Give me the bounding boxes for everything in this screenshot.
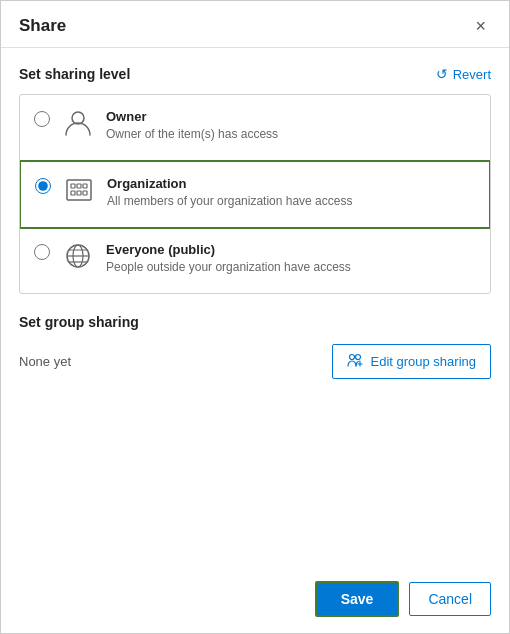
dialog-header: Share × <box>1 1 509 48</box>
everyone-radio-wrap[interactable] <box>34 244 50 264</box>
svg-rect-4 <box>83 184 87 188</box>
svg-point-0 <box>72 112 84 124</box>
revert-icon: ↺ <box>436 66 448 82</box>
everyone-desc: People outside your organization have ac… <box>106 260 476 274</box>
svg-rect-2 <box>71 184 75 188</box>
share-dialog: Share × Set sharing level ↺ Revert <box>0 0 510 634</box>
everyone-label: Everyone (public) <box>106 242 476 257</box>
owner-radio[interactable] <box>34 111 50 127</box>
none-yet-label: None yet <box>19 354 71 369</box>
dialog-title: Share <box>19 16 66 36</box>
organization-option-text: Organization All members of your organiz… <box>107 176 475 208</box>
owner-option[interactable]: Owner Owner of the item(s) has access <box>20 95 490 161</box>
person-icon <box>62 107 94 146</box>
organization-radio[interactable] <box>35 178 51 194</box>
svg-rect-7 <box>83 191 87 195</box>
owner-radio-wrap[interactable] <box>34 111 50 131</box>
sharing-level-header: Set sharing level ↺ Revert <box>19 66 491 82</box>
globe-icon <box>62 240 94 279</box>
svg-point-13 <box>350 355 355 360</box>
owner-desc: Owner of the item(s) has access <box>106 127 476 141</box>
organization-desc: All members of your organization have ac… <box>107 194 475 208</box>
svg-rect-5 <box>71 191 75 195</box>
organization-label: Organization <box>107 176 475 191</box>
dialog-body: Set sharing level ↺ Revert <box>1 48 509 569</box>
revert-button[interactable]: ↺ Revert <box>436 66 491 82</box>
sharing-options-container: Owner Owner of the item(s) has access <box>19 94 491 294</box>
owner-label: Owner <box>106 109 476 124</box>
cancel-button[interactable]: Cancel <box>409 582 491 616</box>
organization-radio-wrap[interactable] <box>35 178 51 198</box>
group-sharing-section: Set group sharing None yet E <box>19 314 491 379</box>
sharing-level-title: Set sharing level <box>19 66 130 82</box>
edit-group-sharing-label: Edit group sharing <box>370 354 476 369</box>
save-button[interactable]: Save <box>315 581 400 617</box>
svg-rect-6 <box>77 191 81 195</box>
organization-option[interactable]: Organization All members of your organiz… <box>19 160 491 229</box>
group-sharing-title: Set group sharing <box>19 314 491 330</box>
owner-option-text: Owner Owner of the item(s) has access <box>106 109 476 141</box>
everyone-radio[interactable] <box>34 244 50 260</box>
edit-group-sharing-button[interactable]: Edit group sharing <box>332 344 491 379</box>
close-button[interactable]: × <box>470 15 491 37</box>
dialog-footer: Save Cancel <box>1 569 509 633</box>
group-sharing-icon <box>347 352 363 371</box>
everyone-option[interactable]: Everyone (public) People outside your or… <box>20 228 490 293</box>
everyone-option-text: Everyone (public) People outside your or… <box>106 242 476 274</box>
group-sharing-row: None yet Edit group sharing <box>19 344 491 379</box>
revert-label: Revert <box>453 67 491 82</box>
svg-point-14 <box>356 355 361 360</box>
svg-rect-3 <box>77 184 81 188</box>
svg-rect-1 <box>67 180 91 200</box>
org-icon <box>63 174 95 213</box>
